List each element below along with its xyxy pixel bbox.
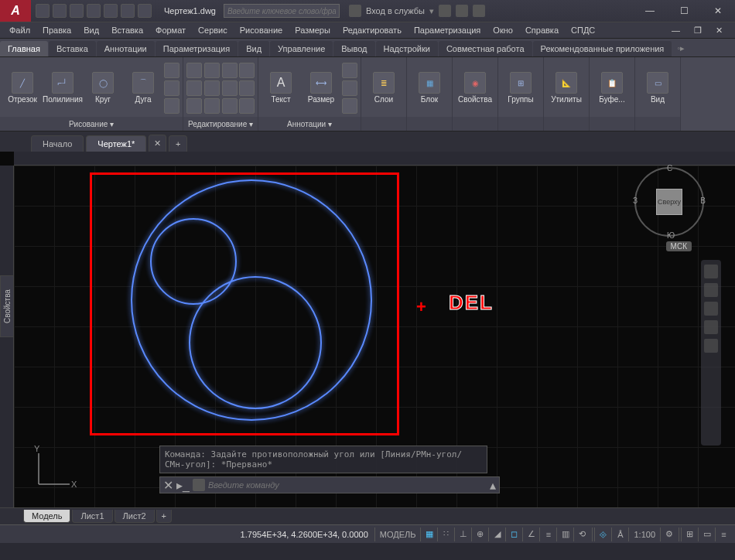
tab-featured[interactable]: Рекомендованные приложения [533, 41, 672, 56]
move-icon[interactable] [186, 63, 202, 78]
menu-insert[interactable]: Вставка [105, 26, 149, 35]
status-ortho-icon[interactable]: ⊥ [454, 528, 471, 541]
hatch-icon[interactable] [164, 80, 179, 96]
leader-icon[interactable] [342, 63, 357, 78]
command-input[interactable] [208, 480, 487, 490]
layout-tab-sheet1[interactable]: Лист1 [72, 510, 112, 523]
nav-zoom-icon[interactable] [704, 302, 718, 316]
sign-in-link[interactable]: Вход в службы [366, 6, 425, 15]
tab-collab[interactable]: Совместная работа [439, 41, 532, 56]
nav-pan-icon[interactable] [704, 283, 718, 297]
status-osnap-icon[interactable]: ◻ [505, 528, 522, 541]
drawing-canvas[interactable]: Свойства + DEL Сверху С В Ю З МСК X Y Ко… [0, 152, 735, 507]
menu-file[interactable]: Файл [3, 26, 36, 35]
rotate-icon[interactable] [204, 63, 220, 78]
status-iso-icon[interactable]: ◢ [488, 528, 505, 541]
properties-palette-tab[interactable]: Свойства [0, 275, 14, 337]
menu-parametric[interactable]: Параметризация [408, 26, 487, 35]
tab-output[interactable]: Вывод [333, 41, 374, 56]
rect-icon[interactable] [164, 63, 179, 78]
minimize-button[interactable]: — [633, 0, 667, 22]
wcs-label[interactable]: МСК [666, 241, 692, 251]
explode-icon[interactable] [239, 80, 255, 96]
panel-annot-title[interactable]: Аннотации ▾ [258, 117, 361, 131]
line-button[interactable]: ╱Отрезок [3, 61, 42, 115]
dimension-button[interactable]: ⟷Размер [302, 61, 340, 115]
qat-new-icon[interactable] [36, 4, 50, 18]
menu-modify[interactable]: Редактировать [337, 26, 408, 35]
cmd-recent-icon[interactable]: ▸_ [176, 478, 190, 493]
viewcube-face[interactable]: Сверху [656, 189, 682, 215]
menu-edit[interactable]: Правка [36, 26, 77, 35]
table-icon[interactable] [342, 80, 357, 96]
layout-tab-model[interactable]: Модель [23, 510, 70, 523]
status-scale[interactable]: 1:100 [628, 528, 660, 541]
status-workspace-icon[interactable]: ⊞ [681, 528, 698, 541]
cmd-expand-icon[interactable]: ▴ [490, 478, 496, 493]
ellipse-icon[interactable] [164, 98, 179, 114]
maximize-button[interactable]: ☐ [667, 0, 701, 22]
drawing-tab-active[interactable]: Чертеж1* [86, 135, 146, 152]
scale-icon[interactable] [204, 98, 220, 114]
view-button[interactable]: ▭Вид [638, 61, 677, 115]
groups-button[interactable]: ⊞Группы [501, 61, 540, 115]
stretch-icon[interactable] [186, 98, 202, 114]
copy-icon[interactable] [186, 80, 202, 96]
block-button[interactable]: ▦Блок [410, 61, 449, 115]
close-button[interactable]: ✕ [701, 0, 735, 22]
menu-tools[interactable]: Сервис [192, 26, 234, 35]
help-search-input[interactable] [224, 4, 340, 18]
cmd-settings-icon[interactable] [193, 479, 205, 491]
tab-home[interactable]: Главная [0, 41, 48, 56]
mtext-icon[interactable] [342, 98, 357, 114]
status-transparency-icon[interactable]: ▥ [556, 528, 573, 541]
tab-manage[interactable]: Управление [270, 41, 333, 56]
tab-insert[interactable]: Вставка [49, 41, 96, 56]
a360-icon[interactable] [456, 5, 468, 17]
layout-tab-sheet2[interactable]: Лист2 [115, 510, 155, 523]
status-cycling-icon[interactable]: ⟲ [573, 528, 590, 541]
panel-modify-title[interactable]: Редактирование ▾ [183, 117, 258, 131]
erase-icon[interactable] [239, 63, 255, 78]
menu-window[interactable]: Окно [487, 26, 519, 35]
polyline-button[interactable]: ⌐┘Полилиния [43, 61, 82, 115]
status-snap-icon[interactable]: ∷ [437, 528, 454, 541]
status-annoscale-icon[interactable]: 🞜 [594, 528, 611, 541]
nav-showmotion-icon[interactable] [704, 339, 718, 353]
tab-addins[interactable]: Надстройки [376, 41, 438, 56]
tab-annotate[interactable]: Аннотации [97, 41, 155, 56]
trim-icon[interactable] [222, 63, 238, 78]
ribbon-collapse-icon[interactable]: ◦▸ [672, 40, 689, 56]
app-logo[interactable]: A [0, 0, 31, 22]
qat-saveas-icon[interactable] [87, 4, 101, 18]
menu-draw[interactable]: Рисование [234, 26, 289, 35]
qat-redo-icon[interactable] [138, 4, 152, 18]
drawing-tab-close-icon[interactable]: ✕ [149, 135, 166, 152]
status-annovisible-icon[interactable]: Å [611, 528, 628, 541]
help-icon[interactable] [473, 5, 485, 17]
status-model[interactable]: МОДЕЛЬ [374, 528, 421, 541]
layout-tab-new[interactable]: + [156, 510, 172, 523]
mdi-restore[interactable]: ❐ [688, 26, 708, 36]
status-polar-icon[interactable]: ⊕ [471, 528, 488, 541]
drawing-tab-new[interactable]: + [169, 135, 187, 152]
menu-view[interactable]: Вид [77, 26, 105, 35]
properties-button[interactable]: ◉Свойства [456, 61, 494, 115]
offset-icon[interactable] [239, 98, 255, 114]
nav-wheel-icon[interactable] [704, 265, 718, 278]
status-gear-icon[interactable]: ⚙ [660, 528, 677, 541]
text-button[interactable]: AТекст [262, 61, 300, 115]
utilities-button[interactable]: 📐Утилиты [547, 61, 586, 115]
status-coords[interactable]: 1.7954E+34, 4.2600E+34, 0.0000 [234, 530, 374, 539]
status-lweight-icon[interactable]: ≡ [539, 528, 556, 541]
menu-help[interactable]: Справка [519, 26, 565, 35]
nav-orbit-icon[interactable] [704, 320, 718, 334]
menu-format[interactable]: Формат [149, 26, 192, 35]
viewcube[interactable]: Сверху С В Ю З [634, 167, 704, 237]
qat-plot-icon[interactable] [104, 4, 118, 18]
user-icon[interactable] [349, 5, 361, 17]
status-customize-icon[interactable]: ≡ [715, 528, 732, 541]
status-otrack-icon[interactable]: ∠ [522, 528, 539, 541]
status-clean-icon[interactable]: ▭ [698, 528, 715, 541]
arc-button[interactable]: ⌒Дуга [124, 61, 162, 115]
